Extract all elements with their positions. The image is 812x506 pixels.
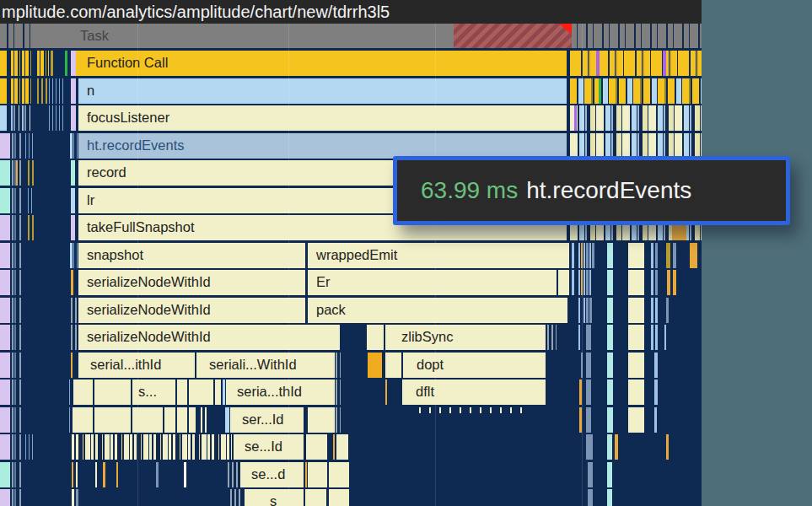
flame-sliver (132, 407, 163, 433)
flame-bar-ser-id[interactable]: ser...Id (230, 407, 304, 433)
flame-sliver (306, 434, 327, 460)
flame-bar-label: se...d (240, 462, 304, 487)
flame-bar-dflt[interactable]: dflt (402, 380, 546, 405)
flame-sliver (184, 462, 186, 487)
flame-cluster (11, 78, 31, 104)
flame-bar-focuslistener[interactable]: focusListener (78, 105, 567, 131)
flame-sliver (189, 407, 196, 433)
flame-bar-seriali-withid[interactable]: seriali...WithId (196, 353, 335, 378)
flame-bar-serializenodewithid[interactable]: serializeNodeWithId (78, 270, 305, 295)
flame-sliver (664, 325, 666, 350)
flame-sliver (588, 489, 593, 506)
flame-sliver (201, 407, 202, 433)
url-text[interactable]: mplitude.com/analytics/amplitude/chart/n… (0, 0, 702, 24)
flame-cluster (228, 462, 239, 487)
flame-cluster (25, 133, 34, 159)
flame-cluster (12, 298, 22, 323)
flame-bar-function-call[interactable]: Function Call (76, 51, 567, 76)
flame-bar-pack[interactable]: pack (308, 298, 567, 323)
flame-sliver (583, 270, 585, 295)
flame-sliver (586, 325, 591, 350)
flame-bar-label: zlibSync (385, 325, 546, 349)
flame-bar-er[interactable]: Er (308, 270, 557, 295)
flame-sliver (654, 380, 658, 405)
flame-bar-s[interactable]: s... (132, 380, 175, 405)
flame-sliver (651, 298, 653, 323)
flame-sliver (70, 133, 73, 159)
flame-sliver (333, 434, 335, 460)
flame-bar-label: ser...Id (230, 407, 304, 432)
flame-sliver (607, 270, 613, 295)
flame-bar-ht-recordevents[interactable]: ht.recordEvents (78, 133, 567, 159)
flame-bar-dopt[interactable]: dopt (403, 353, 546, 378)
flame-bar-label: focusListener (78, 105, 567, 130)
flame-sliver (588, 462, 593, 487)
flame-bar-label: Function Call (76, 51, 567, 75)
flame-bar-seria-thid[interactable]: seria...thId (226, 380, 335, 405)
flame-cluster (570, 78, 702, 104)
flame-bar-label: pack (308, 298, 567, 322)
flame-sliver (578, 243, 580, 268)
flame-bar-serializenodewithid[interactable]: serializeNodeWithId (78, 325, 340, 350)
flame-sliver (65, 51, 67, 76)
flame-sliver (607, 462, 612, 487)
flame-cluster (419, 407, 522, 413)
flame-cluster (7, 24, 32, 48)
flame-sliver (607, 489, 612, 506)
flame-sliver (94, 407, 131, 433)
flame-chart[interactable]: TaskFunction CallnfocusListenerht.record… (0, 0, 702, 506)
flame-cluster (25, 434, 34, 460)
flame-sliver (72, 462, 73, 487)
flame-sliver (72, 489, 74, 506)
flame-sliver (628, 243, 644, 268)
flame-bar-serial-ithid[interactable]: serial...ithId (78, 353, 195, 378)
flame-sliver (205, 407, 207, 433)
flame-cluster (73, 133, 78, 159)
flame-sliver (0, 407, 10, 433)
flame-bar-label: se...Id (234, 434, 304, 459)
flame-bar-s[interactable]: s (245, 489, 304, 506)
flame-sliver (599, 78, 601, 104)
flame-sliver (70, 243, 73, 268)
flame-sliver (51, 51, 53, 76)
flame-bar-label: serializeNodeWithId (78, 270, 305, 294)
flame-sliver (164, 407, 175, 433)
flame-bar-label: serializeNodeWithId (78, 325, 340, 349)
flame-sliver (628, 325, 644, 350)
flame-sliver (103, 462, 105, 487)
flame-cluster (11, 51, 31, 76)
flame-sliver (654, 353, 658, 378)
flame-bar-label: dflt (402, 380, 546, 404)
flame-bar-wrappedemit[interactable]: wrappedEmit (308, 243, 569, 268)
flame-sliver (177, 407, 187, 433)
flame-bar-se-id[interactable]: se...Id (234, 434, 304, 460)
flame-sliver (71, 160, 75, 186)
flame-sliver (305, 462, 307, 487)
flame-sliver (583, 298, 585, 323)
flame-sliver (0, 78, 7, 104)
flame-sliver (215, 380, 221, 405)
flame-sliver (0, 325, 10, 350)
flame-cluster (37, 51, 49, 76)
flame-bar-se-d[interactable]: se...d (240, 462, 304, 487)
address-bar[interactable]: mplitude.com/analytics/amplitude/chart/n… (0, 0, 702, 24)
flame-sliver (116, 462, 118, 487)
flame-cluster (336, 380, 341, 405)
flame-bar-zlibsync[interactable]: zlibSync (385, 325, 546, 350)
flame-cluster (72, 434, 232, 460)
flame-bar-label: s... (132, 380, 175, 404)
flame-sliver (308, 462, 327, 487)
flame-sliver (76, 462, 78, 487)
flame-cluster (12, 188, 22, 213)
flame-sliver (71, 215, 75, 240)
flame-sliver (225, 407, 229, 433)
flame-sliver (655, 243, 658, 268)
flame-bar-snapshot[interactable]: snapshot (78, 243, 305, 268)
flame-sliver (0, 188, 10, 213)
flame-bar-n[interactable]: n (78, 78, 567, 104)
flame-bar-label: seria...thId (226, 380, 335, 404)
flame-bar-label: serial...ithId (78, 353, 195, 377)
flame-bar-serializenodewithid[interactable]: serializeNodeWithId (78, 298, 305, 323)
flame-cluster (11, 105, 31, 131)
flame-sliver (666, 243, 670, 268)
